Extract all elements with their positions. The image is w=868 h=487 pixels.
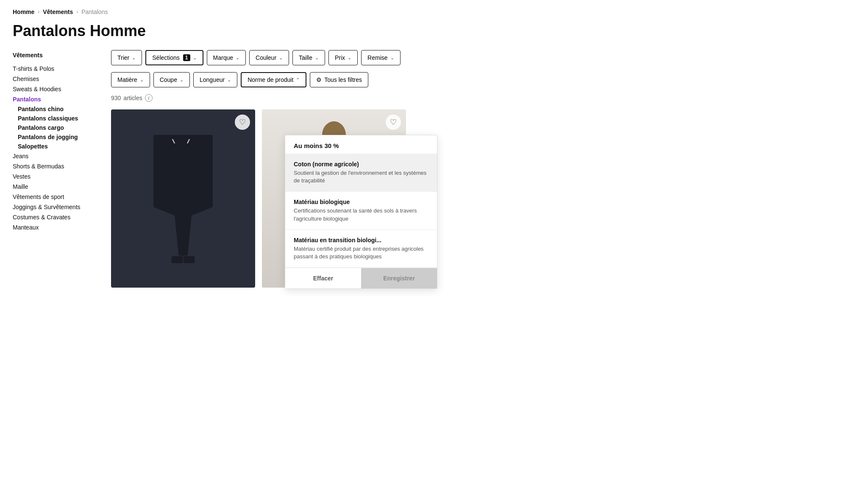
dropdown-item-desc: Soutient la gestion de l'environnement e…: [294, 169, 428, 185]
dropdown-item-transition[interactable]: Matériau en transition biologi... Matéri…: [285, 230, 437, 268]
sidebar-item-pantalons-classiques[interactable]: Pantalons classiques: [18, 114, 97, 123]
sidebar-item-costumes[interactable]: Costumes & Cravates: [13, 212, 97, 222]
filter-bar-row1: Trier ⌄ Sélections 1 ⌄ Marque ⌄ Couleur …: [111, 50, 581, 65]
sidebar-item-jeans[interactable]: Jeans: [13, 151, 97, 161]
chevron-down-icon: ⌄: [279, 55, 283, 61]
sidebar-item-shorts[interactable]: Shorts & Bermudas: [13, 161, 97, 171]
chevron-down-icon: ⌄: [348, 55, 351, 61]
sidebar-item-joggings[interactable]: Joggings & Survêtements: [13, 202, 97, 212]
sidebar-item-pantalons[interactable]: Pantalons: [13, 94, 97, 104]
filter-remise[interactable]: Remise ⌄: [361, 50, 400, 65]
sidebar-item-pantalons-jogging[interactable]: Pantalons de jogging: [18, 132, 97, 142]
svg-rect-5: [171, 256, 183, 263]
filter-norme-produit[interactable]: Norme de produit ⌃: [241, 72, 306, 87]
chevron-up-icon: ⌃: [296, 77, 300, 83]
article-count: 930 articles i: [111, 94, 581, 102]
dropdown-footer: Effacer Enregistrer: [285, 268, 437, 288]
selections-badge: 1: [183, 54, 190, 61]
page-title: Pantalons Homme: [13, 22, 581, 40]
breadcrumb-current: Pantalons: [81, 8, 108, 15]
sidebar-item-pantalons-cargo[interactable]: Pantalons cargo: [18, 123, 97, 132]
norme-produit-dropdown: Au moins 30 % Coton (norme agricole) Sou…: [285, 135, 437, 289]
chevron-down-icon: ⌄: [315, 55, 319, 61]
breadcrumb-sep-1: ›: [38, 9, 39, 15]
chevron-down-icon: ⌄: [390, 55, 394, 61]
filter-couleur[interactable]: Couleur ⌄: [249, 50, 289, 65]
filter-longueur[interactable]: Longueur ⌄: [193, 72, 237, 87]
dropdown-item-desc: Matériau certifié produit par des entrep…: [294, 245, 428, 260]
dropdown-item-title: Coton (norme agricole): [294, 161, 428, 168]
dropdown-item-desc: Certifications soutenant la santé des so…: [294, 207, 428, 222]
chevron-down-icon: ⌄: [193, 55, 197, 61]
sidebar-item-salopettes[interactable]: Salopettes: [18, 142, 97, 151]
chevron-down-icon: ⌄: [132, 55, 136, 61]
dropdown-save-button[interactable]: Enregistrer: [361, 268, 437, 288]
filter-taille[interactable]: Taille ⌄: [292, 50, 325, 65]
breadcrumb-homme[interactable]: Homme: [13, 8, 34, 15]
filter-trier[interactable]: Trier ⌄: [111, 50, 142, 65]
filter-marque[interactable]: Marque ⌄: [207, 50, 246, 65]
breadcrumb-sep-2: ›: [76, 9, 78, 15]
filter-bar-row2: Matière ⌄ Coupe ⌄ Longueur ⌄ Norme de pr…: [111, 72, 581, 87]
chevron-down-icon: ⌄: [140, 77, 144, 83]
product-image: ♡: [111, 109, 255, 288]
sidebar-item-vestes[interactable]: Vestes: [13, 171, 97, 182]
count-label: articles: [123, 95, 142, 101]
svg-rect-6: [183, 256, 195, 263]
filter-prix[interactable]: Prix ⌄: [328, 50, 358, 65]
svg-rect-0: [153, 135, 213, 143]
sidebar-item-chemises[interactable]: Chemises: [13, 74, 97, 84]
sidebar-item-manteaux[interactable]: Manteaux: [13, 222, 97, 232]
chevron-down-icon: ⌄: [227, 77, 231, 83]
sidebar-item-vetements-section[interactable]: Vêtements: [13, 50, 97, 60]
dropdown-item-title: Matériau biologique: [294, 199, 428, 205]
filter-matiere[interactable]: Matière ⌄: [111, 72, 150, 87]
main-content: Trier ⌄ Sélections 1 ⌄ Marque ⌄ Couleur …: [111, 50, 581, 288]
chevron-down-icon: ⌄: [180, 77, 184, 83]
count-value: 930: [111, 95, 121, 101]
sidebar-item-tshirts[interactable]: T-shirts & Polos: [13, 64, 97, 74]
filter-icon: ⚙: [316, 76, 322, 83]
sidebar-item-maille[interactable]: Maille: [13, 182, 97, 192]
chevron-down-icon: ⌄: [236, 55, 239, 61]
filter-coupe[interactable]: Coupe ⌄: [153, 72, 190, 87]
info-icon[interactable]: i: [145, 94, 153, 102]
product-card[interactable]: ♡: [111, 109, 255, 288]
sidebar-item-pantalons-chino[interactable]: Pantalons chino: [18, 104, 97, 114]
filter-selections[interactable]: Sélections 1 ⌄: [145, 50, 203, 65]
dropdown-clear-button[interactable]: Effacer: [285, 268, 361, 288]
wishlist-button[interactable]: ♡: [386, 115, 401, 130]
sidebar-item-sweats[interactable]: Sweats & Hoodies: [13, 84, 97, 94]
dropdown-header: Au moins 30 %: [285, 135, 437, 154]
breadcrumb: Homme › Vêtements › Pantalons: [13, 8, 581, 15]
filter-tous-filtres[interactable]: ⚙ Tous les filtres: [310, 72, 368, 87]
dropdown-item-title: Matériau en transition biologi...: [294, 237, 428, 244]
sidebar-item-sport[interactable]: Vêtements de sport: [13, 192, 97, 202]
dropdown-item-bio[interactable]: Matériau biologique Certifications soute…: [285, 192, 437, 230]
dropdown-items: Coton (norme agricole) Soutient la gesti…: [285, 154, 437, 268]
sidebar: Vêtements T-shirts & Polos Chemises Swea…: [13, 50, 97, 288]
breadcrumb-vetements[interactable]: Vêtements: [43, 8, 73, 15]
wishlist-button[interactable]: ♡: [235, 115, 250, 130]
pants-illustration: [141, 131, 225, 266]
dropdown-item-coton[interactable]: Coton (norme agricole) Soutient la gesti…: [285, 154, 437, 192]
